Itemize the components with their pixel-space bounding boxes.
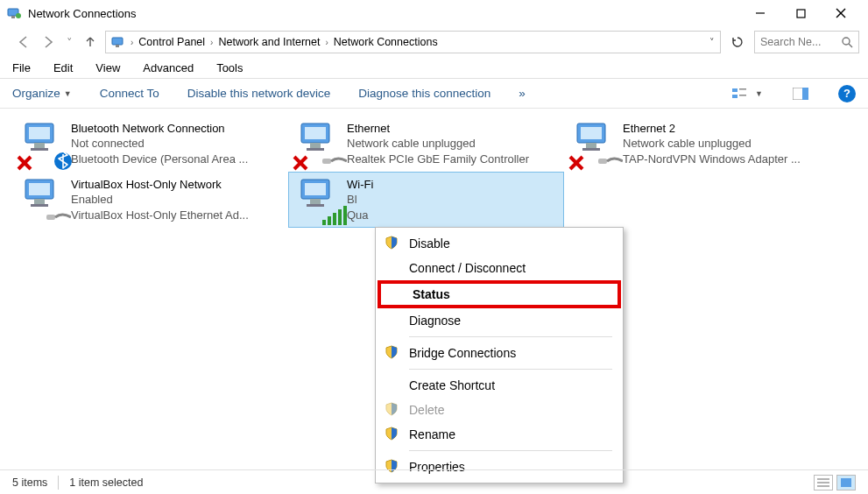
svg-rect-48 [328,216,331,225]
preview-pane-button[interactable] [791,84,810,103]
svg-rect-37 [598,159,607,164]
ctx-connect-disconnect[interactable]: Connect / Disconnect [378,256,621,280]
menu-tools[interactable]: Tools [213,60,246,76]
address-icon [111,35,125,49]
svg-rect-55 [841,478,851,487]
svg-rect-11 [732,88,737,92]
connection-device: Realtek PCIe GbE Family Controller [347,152,558,167]
connection-status: Bl [347,192,558,208]
connection-icon [18,176,71,225]
connection-item-ethernet2[interactable]: Ethernet 2 Network cable unplugged TAP-N… [564,116,840,172]
svg-rect-47 [322,220,326,225]
separator [409,369,612,370]
svg-rect-39 [29,183,50,195]
svg-rect-19 [34,143,45,148]
menu-bar: File Edit View Advanced Tools [0,58,868,79]
svg-rect-7 [112,38,123,45]
breadcrumb[interactable]: Network and Internet [218,36,320,48]
connection-icon [18,120,71,169]
breadcrumb[interactable]: Network Connections [334,36,438,48]
ctx-create-shortcut[interactable]: Create Shortcut [378,373,621,398]
organize-button[interactable]: Organize ▼ [12,87,72,100]
connection-name: VirtualBox Host-Only Network [71,177,282,193]
svg-rect-8 [116,45,119,47]
svg-rect-12 [739,88,746,90]
diagnose-button[interactable]: Diagnose this connection [358,87,490,100]
up-button[interactable] [81,32,100,52]
connection-icon [570,120,623,169]
svg-rect-30 [322,159,331,164]
back-button[interactable] [14,32,33,52]
forward-button[interactable] [39,32,58,52]
error-x-icon [17,155,32,171]
connection-status: Not connected [71,136,282,152]
connection-device: VirtualBox Host-Only Ethernet Ad... [71,208,282,223]
disable-device-button[interactable]: Disable this network device [187,87,331,100]
menu-view[interactable]: View [92,60,123,76]
maximize-button[interactable] [780,0,821,26]
ctx-bridge[interactable]: Bridge Connections [378,341,621,365]
connection-item-wifi[interactable]: Wi-Fi Bl Qua [288,172,564,228]
menu-file[interactable]: File [9,60,34,76]
minimize-button[interactable] [740,0,780,26]
svg-rect-42 [46,215,55,220]
svg-rect-50 [338,209,342,225]
svg-rect-51 [343,206,347,225]
status-bar: 5 items 1 item selected [0,469,868,494]
ctx-status[interactable]: Status [378,280,621,308]
svg-rect-41 [31,204,48,207]
more-commands-button[interactable]: » [519,87,526,100]
connection-status: Network cable unplugged [623,136,834,152]
ctx-rename[interactable]: Rename [378,422,621,447]
view-options-button[interactable] [730,84,750,103]
menu-edit[interactable]: Edit [50,60,76,76]
svg-rect-4 [797,10,805,18]
chevron-right-icon: › [131,38,133,47]
status-count: 5 items [12,476,47,489]
ctx-diagnose[interactable]: Diagnose [378,308,621,333]
details-view-button[interactable] [814,475,833,490]
error-x-icon [568,155,584,171]
connection-name: Ethernet [347,121,558,137]
connection-item-ethernet[interactable]: Ethernet Network cable unplugged Realtek… [288,116,564,172]
separator [409,336,612,337]
separator [409,450,612,451]
svg-rect-49 [333,213,336,225]
breadcrumb[interactable]: Control Panel [138,36,205,48]
connection-name: Ethernet 2 [623,121,834,137]
bluetooth-icon [53,152,73,171]
signal-icon [322,206,347,225]
context-menu: Disable Connect / Disconnect Status Diag… [375,227,624,483]
connection-device: Qua [347,208,558,223]
thumbnails-view-button[interactable] [836,475,856,490]
svg-rect-34 [582,148,600,151]
connect-to-button[interactable]: Connect To [100,87,159,100]
svg-rect-20 [31,148,48,151]
connection-item-bluetooth[interactable]: Bluetooth Network Connection Not connect… [12,116,288,172]
recent-dropdown[interactable]: ˅ [63,32,75,52]
help-button[interactable]: ? [838,85,856,102]
shield-icon [385,236,400,251]
address-dropdown-icon[interactable]: ˅ [709,37,715,48]
shield-icon [385,402,400,418]
chevron-right-icon: › [325,38,328,47]
refresh-button[interactable] [726,31,749,53]
search-icon [841,36,853,48]
chevron-right-icon: › [210,38,213,47]
ctx-disable[interactable]: Disable [378,231,621,256]
svg-rect-16 [802,88,808,100]
svg-line-10 [849,44,852,47]
address-bar[interactable]: › Control Panel › Network and Internet ›… [105,31,721,53]
shield-icon [385,345,400,361]
svg-rect-33 [586,143,596,148]
content-area: Bluetooth Network Connection Not connect… [0,109,868,235]
menu-advanced[interactable]: Advanced [139,60,197,76]
search-box[interactable]: Search Ne... [754,31,859,53]
cable-icon [598,155,623,167]
connection-name: Bluetooth Network Connection [71,121,282,137]
cable-icon [46,211,71,223]
connection-item-vbox[interactable]: VirtualBox Host-Only Network Enabled Vir… [12,172,288,228]
svg-point-2 [16,13,21,18]
connection-icon [294,176,347,225]
close-button[interactable] [821,0,861,26]
